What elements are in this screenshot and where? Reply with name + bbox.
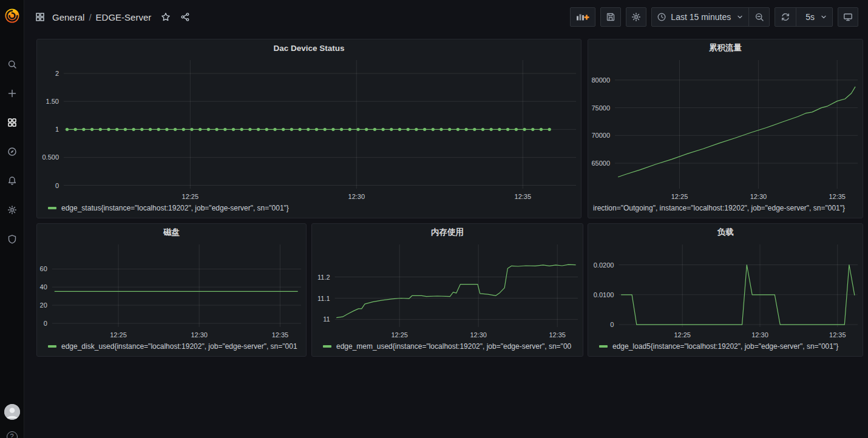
shield-icon <box>7 234 17 244</box>
refresh-button[interactable] <box>775 8 796 26</box>
breadcrumb-folder[interactable]: General <box>52 12 84 22</box>
panel-memory-usage: 内存使用 1111.111.212:2512:3012:35 edge_mem_… <box>311 223 583 357</box>
gear-icon <box>631 12 641 22</box>
chart-memory-usage[interactable]: 1111.111.212:2512:3012:35 <box>312 241 583 340</box>
svg-text:0.0200: 0.0200 <box>594 261 614 269</box>
svg-text:12:25: 12:25 <box>110 331 127 339</box>
legend-label[interactable]: edge_disk_used{instance="localhost:19202… <box>61 342 297 351</box>
svg-text:70000: 70000 <box>591 132 610 139</box>
sidebar-item-configuration[interactable] <box>0 195 24 224</box>
refresh-interval-button[interactable]: 5s <box>796 8 832 26</box>
panel-load: 负载 00.01000.020012:2512:3012:35 edge_loa… <box>588 223 863 357</box>
chart-load[interactable]: 00.01000.020012:2512:3012:35 <box>588 241 863 340</box>
breadcrumb-separator: / <box>89 12 91 22</box>
svg-text:12:30: 12:30 <box>751 331 768 339</box>
bell-icon <box>7 176 17 186</box>
svg-text:65000: 65000 <box>591 160 610 167</box>
panel-title[interactable]: 累积流量 <box>588 39 863 56</box>
plus-icon <box>7 89 17 98</box>
svg-text:1.50: 1.50 <box>46 98 59 105</box>
legend-label[interactable]: edge_status{instance="localhost:19202", … <box>61 204 289 212</box>
save-icon <box>606 12 615 22</box>
svg-text:12:35: 12:35 <box>272 331 289 339</box>
svg-text:0.500: 0.500 <box>42 153 59 161</box>
legend-label[interactable]: irection="Outgoing", instance="localhost… <box>593 204 845 212</box>
svg-text:2: 2 <box>55 70 59 77</box>
search-icon <box>7 59 17 69</box>
legend-swatch <box>323 345 331 348</box>
refresh-interval-label: 5s <box>805 12 815 22</box>
sidebar-item-search[interactable] <box>0 50 24 79</box>
chevron-down-icon <box>820 13 827 21</box>
legend: edge_status{instance="localhost:19202", … <box>37 202 581 218</box>
zoom-out-button[interactable] <box>748 8 769 26</box>
question-circle-icon: ? <box>7 431 18 438</box>
svg-text:11.2: 11.2 <box>317 274 330 281</box>
dashboard-settings-button[interactable] <box>626 7 646 27</box>
sidebar-item-alerting[interactable] <box>0 166 24 195</box>
svg-text:75000: 75000 <box>591 104 610 112</box>
sidebar: ? <box>0 0 24 438</box>
panel-dac-device-status: Dac Device Status 00.50011.50212:2512:30… <box>36 39 581 218</box>
cycle-view-button[interactable] <box>838 7 858 27</box>
breadcrumb: General / EDGE-Server <box>35 12 190 22</box>
save-dashboard-button[interactable] <box>600 7 621 27</box>
legend: edge_disk_used{instance="localhost:19202… <box>37 340 306 356</box>
svg-text:12:35: 12:35 <box>829 193 846 200</box>
grafana-logo-icon <box>4 8 20 24</box>
refresh-icon <box>781 12 790 22</box>
legend-label[interactable]: edge_mem_used{instance="localhost:19202"… <box>336 342 571 351</box>
panel-title[interactable]: 磁盘 <box>37 224 306 241</box>
top-navbar: General / EDGE-Server <box>25 0 868 34</box>
svg-text:40: 40 <box>40 283 47 291</box>
svg-text:12:35: 12:35 <box>515 193 532 200</box>
gear-icon <box>7 205 17 215</box>
share-button[interactable] <box>180 12 190 22</box>
svg-text:1: 1 <box>55 126 59 133</box>
svg-text:20: 20 <box>40 302 47 309</box>
sidebar-help[interactable]: ? <box>0 430 24 438</box>
svg-text:60: 60 <box>40 265 47 272</box>
legend-swatch <box>48 207 56 209</box>
zoom-out-icon <box>754 12 764 22</box>
avatar-icon <box>4 404 20 420</box>
panel-disk: 磁盘 020406012:2512:3012:35 edge_disk_used… <box>36 223 307 357</box>
grafana-logo[interactable] <box>0 0 24 32</box>
breadcrumb-dashboard-title[interactable]: EDGE-Server <box>96 12 152 22</box>
svg-text:11.1: 11.1 <box>317 295 330 302</box>
sidebar-item-server-admin[interactable] <box>0 224 24 254</box>
chart-dac-device-status[interactable]: 00.50011.50212:2512:3012:35 <box>37 56 581 202</box>
legend: edge_load5{instance="localhost:19202", j… <box>588 340 863 356</box>
panel-title[interactable]: Dac Device Status <box>37 39 581 56</box>
svg-text:0.0100: 0.0100 <box>594 291 614 298</box>
svg-text:11: 11 <box>323 315 330 323</box>
sidebar-item-explore[interactable] <box>0 137 24 166</box>
star-icon <box>161 12 171 22</box>
chart-cumulative-traffic[interactable]: 6500070000750008000012:2512:3012:35 <box>588 56 863 202</box>
share-icon <box>180 12 190 22</box>
svg-text:12:35: 12:35 <box>549 331 566 339</box>
svg-text:0: 0 <box>55 182 59 189</box>
chart-disk[interactable]: 020406012:2512:3012:35 <box>37 241 306 340</box>
dashboard-toolbar: Last 15 minutes <box>570 7 858 27</box>
svg-text:12:30: 12:30 <box>191 331 208 339</box>
monitor-icon <box>843 12 853 22</box>
legend-swatch <box>48 345 56 348</box>
add-panel-icon <box>575 12 590 22</box>
svg-text:12:35: 12:35 <box>829 331 846 339</box>
panel-title[interactable]: 负载 <box>588 224 863 241</box>
time-picker-button[interactable]: Last 15 minutes <box>652 8 748 26</box>
refresh-controls: 5s <box>775 7 833 27</box>
sidebar-item-dashboards[interactable] <box>0 108 24 137</box>
svg-text:0: 0 <box>44 320 47 327</box>
chevron-down-icon <box>736 13 744 21</box>
legend-label[interactable]: edge_load5{instance="localhost:19202", j… <box>612 342 838 351</box>
legend: edge_mem_used{instance="localhost:19202"… <box>312 340 583 356</box>
legend-swatch <box>599 345 608 348</box>
panel-title[interactable]: 内存使用 <box>312 224 583 241</box>
add-panel-button[interactable] <box>570 7 595 27</box>
sidebar-item-create[interactable] <box>0 79 24 108</box>
favorite-button[interactable] <box>161 12 171 22</box>
user-avatar[interactable] <box>4 404 20 420</box>
legend: irection="Outgoing", instance="localhost… <box>588 202 863 218</box>
